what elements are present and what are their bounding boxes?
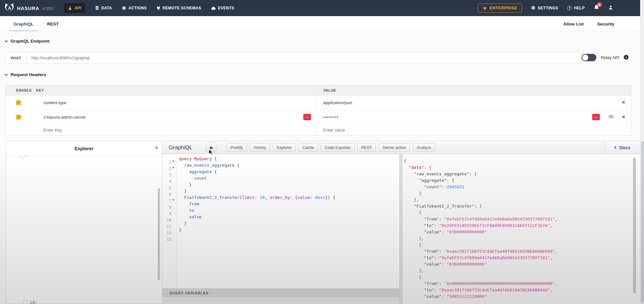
fold-arrow-icon[interactable]: ▾ <box>173 160 174 163</box>
toolbar-button-explorer[interactable]: Explorer <box>273 143 296 152</box>
tab-rest[interactable]: REST <box>46 17 59 31</box>
toggle-knob <box>582 54 588 61</box>
remove-header-icon[interactable]: × <box>622 114 625 120</box>
chevron-left-icon <box>614 146 618 149</box>
code-token <box>179 169 189 174</box>
json-token: "0x0000000000000000000000000000000000000… <box>444 281 555 286</box>
explorer-scrollbar[interactable] <box>158 188 160 280</box>
fold-arrow-icon[interactable]: ▾ <box>173 166 174 169</box>
json-token: "to" <box>424 223 434 228</box>
nav-item-api[interactable]: API <box>64 3 85 13</box>
header-key[interactable]: x-hasura-admin-secret <box>36 115 85 120</box>
gutter-line: 6 <box>162 191 177 198</box>
active-tab-underline <box>9 30 38 31</box>
toolbar-button-prettify[interactable]: Prettify <box>227 143 247 152</box>
gutter-line: 9 <box>162 211 177 217</box>
toolbar-button-history[interactable]: History <box>250 143 270 152</box>
toolbar-button-analyze[interactable]: Analyze <box>413 143 435 152</box>
nav-item-actions[interactable]: ACTIONS <box>122 6 147 10</box>
json-token: "value" <box>424 230 442 234</box>
enable-cell: ✓ <box>5 115 36 120</box>
query-variables-editor[interactable] <box>162 297 399 304</box>
reveal-secret-eye-icon[interactable] <box>608 114 614 120</box>
code-token: { <box>212 169 217 174</box>
query-variables-bar[interactable]: QUERY VARIABLES <box>162 289 399 297</box>
new-header-value-input[interactable] <box>323 128 508 132</box>
chevron-down-icon <box>5 73 8 76</box>
request-headers-section-header[interactable]: Request Headers <box>5 72 46 77</box>
code-token: { <box>234 163 240 168</box>
nav-item-label: EVENTS <box>218 6 234 10</box>
query-editor[interactable]: query MyQuery { raw_events_aggregate { a… <box>179 154 398 289</box>
toolbar-button-code-exporter[interactable]: Code Exporter <box>321 143 355 152</box>
endpoint-url-input[interactable] <box>26 52 581 64</box>
json-token: "data" <box>409 165 424 170</box>
explorer-row-id[interactable]: id: <box>24 299 37 304</box>
enterprise-button[interactable]: ★ ENTERPRISE <box>478 4 522 13</box>
header-value[interactable]: •••••••• <box>323 115 339 120</box>
tab-security[interactable]: Security <box>597 22 614 26</box>
response-line: }, <box>404 235 424 242</box>
gutter-line: 11 <box>162 223 177 230</box>
json-token: "from" <box>424 281 439 286</box>
toolbar-button-rest[interactable]: REST <box>357 143 376 152</box>
top-nav: HASURA v2.23.0 APIDATAACTIONSREMOTE SCHE… <box>0 0 644 16</box>
tab-allow-list[interactable]: Allow List <box>563 22 584 26</box>
info-icon[interactable]: i <box>624 55 629 60</box>
header-enabled-checkbox[interactable]: ✓ <box>16 100 21 105</box>
help-button[interactable]: ? HELP <box>567 6 585 10</box>
explorer-checkbox[interactable] <box>24 300 28 304</box>
explorer-header: Explorer × <box>6 141 162 156</box>
editor-response-divider[interactable] <box>399 154 402 304</box>
new-header-key-input[interactable] <box>36 128 204 132</box>
http-method-label: POST <box>5 52 26 64</box>
explorer-arg-label: id: <box>30 300 37 304</box>
json-token: "0xfeEF57c4f894e6417e468aDe9854330377807… <box>439 255 550 260</box>
nav-item-remote-schemas[interactable]: REMOTE SCHEMAS <box>156 6 201 10</box>
code-token: desc <box>315 195 325 200</box>
json-token: "count" <box>424 184 442 189</box>
json-token: "raw_events_aggregate" <box>414 172 469 176</box>
notifications-button[interactable]: 8 <box>594 5 599 12</box>
nav-item-events[interactable]: EVENTS <box>211 6 234 10</box>
line-number: 10 <box>162 218 171 222</box>
code-token: } <box>179 227 182 232</box>
close-icon[interactable]: × <box>155 145 158 151</box>
code-token <box>179 163 184 168</box>
toolbar-button-derive-action[interactable]: Derive action <box>379 143 410 152</box>
response-line: }, <box>404 197 419 203</box>
execute-query-button[interactable]: ▶ <box>205 142 217 153</box>
nav-item-label: API <box>74 6 81 10</box>
remove-header-icon[interactable]: × <box>622 100 625 105</box>
docs-button[interactable]: Docs <box>605 141 640 154</box>
settings-button[interactable]: SETTINGS <box>531 5 558 11</box>
fold-arrow-icon[interactable]: ▾ <box>173 198 174 201</box>
header-key[interactable]: content-type <box>36 100 67 105</box>
query-line: FiatTokenV2_2_Transfer(limit: 10, order_… <box>179 194 335 201</box>
browser-scrollbar[interactable] <box>640 0 644 304</box>
header-enabled-checkbox[interactable]: ✓ <box>16 115 21 120</box>
brand-name: HASURA <box>17 5 39 11</box>
response-line: "value": "63000000000000" <box>404 229 487 235</box>
code-token: query <box>179 156 192 161</box>
row-icons: × <box>622 100 625 105</box>
json-token <box>404 223 424 228</box>
tab-graphiql[interactable]: GraphiQL <box>13 17 34 31</box>
relay-api-toggle[interactable] <box>582 54 596 61</box>
key-cell: content-type <box>36 100 316 105</box>
nav-item-data[interactable]: DATA <box>95 6 112 10</box>
relay-api-label: Relay API <box>601 55 619 60</box>
graphql-endpoint-section-header[interactable]: GraphQL Endpoint <box>5 39 50 44</box>
header-value[interactable]: application/json <box>323 100 352 105</box>
toolbar-button-cache[interactable]: Cache <box>298 143 318 152</box>
code-token: count <box>194 176 207 181</box>
query-line: value <box>179 214 202 220</box>
user-menu-button[interactable] <box>608 5 613 11</box>
browser-scrollbar-thumb[interactable] <box>641 141 644 302</box>
nav-item-label: REMOTE SCHEMAS <box>163 6 201 10</box>
response-scrollbar[interactable] <box>633 158 636 293</box>
hasura-logo-group[interactable]: HASURA v2.23.0 <box>5 3 53 14</box>
code-token: from <box>189 201 199 206</box>
gutter-line: 5 <box>162 185 177 191</box>
new-header-row <box>5 124 631 135</box>
